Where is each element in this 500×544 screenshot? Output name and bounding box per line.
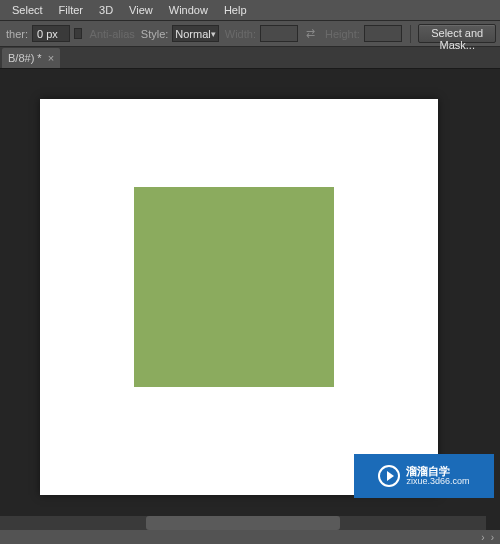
menu-help[interactable]: Help [216,1,255,19]
close-icon[interactable]: × [48,52,54,64]
height-label: Height: [325,28,360,40]
width-label: Width: [225,28,256,40]
menu-window[interactable]: Window [161,1,216,19]
tab-title: B/8#) * [8,52,42,64]
menu-select[interactable]: Select [4,1,51,19]
style-select[interactable]: Normal [172,25,218,42]
menu-filter[interactable]: Filter [51,1,91,19]
watermark-overlay: 溜溜自学 zixue.3d66.com [354,454,494,498]
play-icon [378,465,400,487]
style-label: Style: [141,28,169,40]
select-and-mask-button[interactable]: Select and Mask... [418,24,496,43]
feather-input[interactable] [32,25,70,42]
watermark-text: 溜溜自学 zixue.3d66.com [406,466,469,486]
canvas[interactable] [40,99,438,495]
feather-label: ther: [6,28,28,40]
menu-3d[interactable]: 3D [91,1,121,19]
rectangle-shape[interactable] [134,187,334,387]
height-input [364,25,402,42]
chevron-right-icon[interactable]: › [481,532,484,543]
status-bar: › › [0,530,500,544]
menubar: Select Filter 3D View Window Help [0,0,500,21]
width-input [260,25,298,42]
workspace: 溜溜自学 zixue.3d66.com [0,69,500,514]
horizontal-scrollbar[interactable] [0,516,486,530]
separator [410,25,411,43]
chevron-right-icon[interactable]: › [491,532,494,543]
antialias-checkbox [74,28,82,39]
document-tab[interactable]: B/8#) * × [2,48,60,68]
menu-view[interactable]: View [121,1,161,19]
swap-dimensions-icon: ⇄ [302,27,319,40]
tab-bar: B/8#) * × [0,47,500,69]
options-bar: ther: Anti-alias Style: Normal Width: ⇄ … [0,21,500,47]
antialias-label: Anti-alias [90,28,135,40]
